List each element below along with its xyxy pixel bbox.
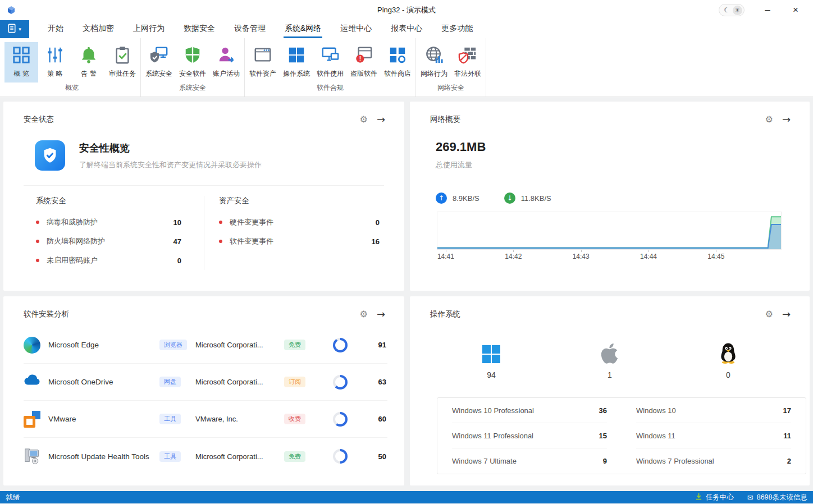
os-list-item: Windows 10 Professional 36 bbox=[452, 398, 607, 423]
ribbon-item-pirated-software[interactable]: ! 盗版软件 bbox=[347, 42, 381, 83]
ribbon-item-operating-system[interactable]: 操作系统 bbox=[280, 42, 313, 83]
minimize-button[interactable]: – bbox=[755, 0, 780, 20]
os-count: 11 bbox=[783, 432, 791, 440]
ribbon-item-label: 操作系统 bbox=[283, 69, 310, 79]
os-version-list: Windows 10 Professional 36 Windows 11 Pr… bbox=[437, 397, 806, 474]
arrow-right-icon[interactable]: → bbox=[377, 308, 385, 320]
status-ready: 就绪 bbox=[6, 493, 20, 502]
ribbon-item-security-software[interactable]: 安全软件 bbox=[176, 42, 209, 83]
title-bar: Ping32 - 演示模式 ☾ ☀ – × bbox=[0, 0, 813, 20]
ribbon-item-label: 系统安全 bbox=[145, 69, 172, 79]
section-title: 资产安全 bbox=[219, 196, 380, 213]
panel-security-status: 安全状态 ⚙ → 安全性概览 了解终端当前系统安全性和资产变更情况并采取必要操作… bbox=[3, 102, 404, 291]
tab-data-security[interactable]: 数据安全 bbox=[182, 20, 216, 38]
divider bbox=[24, 185, 384, 186]
stat-value: 0 bbox=[177, 256, 181, 265]
install-count: 63 bbox=[357, 378, 391, 386]
ribbon-item-approval-tasks[interactable]: 审批任务 bbox=[106, 42, 139, 83]
traffic-chart bbox=[437, 212, 782, 250]
ribbon-item-label: 网络行为 bbox=[421, 69, 447, 79]
license-badge: 免费 bbox=[284, 340, 305, 350]
gear-icon[interactable]: ⚙ bbox=[765, 114, 773, 125]
moon-icon[interactable]: ☾ bbox=[721, 6, 733, 14]
software-vendor: Microsoft Corporati... bbox=[195, 378, 284, 386]
tab-web-behavior[interactable]: 上网行为 bbox=[132, 20, 166, 38]
gear-icon[interactable]: ⚙ bbox=[360, 309, 368, 319]
software-name: Microsoft Edge bbox=[48, 341, 159, 349]
platform-linux: 0 bbox=[709, 342, 748, 379]
software-row[interactable]: Microsoft Update Health Tools 工具 Microso… bbox=[24, 438, 387, 475]
chart-x-axis: 14:4114:4214:4314:4414:45 bbox=[437, 251, 782, 260]
ribbon-item-software-store[interactable]: 软件商店 bbox=[381, 42, 414, 83]
ribbon-group-label: 网络安全 bbox=[437, 83, 464, 95]
sun-icon[interactable]: ☀ bbox=[733, 6, 742, 15]
license-badge: 免费 bbox=[284, 451, 305, 462]
ribbon: 概 览 策 略 告 警 审批任务 概览 系统安全 bbox=[0, 38, 813, 97]
x-tick-label: 14:42 bbox=[505, 253, 522, 260]
tab-more-features[interactable]: 更多功能 bbox=[440, 20, 474, 38]
red-dot-icon bbox=[36, 240, 39, 243]
software-name: Microsoft OneDrive bbox=[48, 378, 159, 386]
download-arrow-icon: ↓ bbox=[504, 193, 515, 204]
unread-messages-button[interactable]: ✉ 8698条未读信息 bbox=[747, 493, 807, 502]
mail-icon: ✉ bbox=[747, 493, 753, 502]
panel-software-install-analysis: 软件安装分析 ⚙ → Microsoft Edge 浏览器 Microsoft … bbox=[3, 296, 404, 485]
tab-device-mgmt[interactable]: 设备管理 bbox=[233, 20, 267, 38]
tab-doc-encryption[interactable]: 文档加密 bbox=[81, 20, 115, 38]
task-center-button[interactable]: 任务中心 bbox=[695, 493, 734, 502]
caret-down-icon: ▾ bbox=[19, 26, 21, 32]
stat-row: 防火墙和网络防护 47 bbox=[36, 232, 181, 251]
panel-title: 网络概要 bbox=[430, 114, 460, 125]
tab-report-center[interactable]: 报表中心 bbox=[390, 20, 423, 38]
license-badge: 收费 bbox=[284, 414, 305, 424]
ribbon-item-alarm[interactable]: 告 警 bbox=[72, 42, 106, 83]
os-count: 17 bbox=[783, 406, 791, 415]
ribbon-tabs: 开始 文档加密 上网行为 数据安全 设备管理 系统&网络 运维中心 报表中心 更… bbox=[38, 20, 482, 38]
gear-icon[interactable]: ⚙ bbox=[765, 309, 773, 319]
ribbon-item-network-behavior[interactable]: 网络行为 bbox=[417, 42, 451, 83]
windows-logo-icon bbox=[286, 45, 307, 65]
unread-messages-label: 8698条未读信息 bbox=[757, 493, 807, 502]
red-dot-icon bbox=[219, 240, 222, 243]
theme-toggle[interactable]: ☾ ☀ bbox=[719, 4, 745, 16]
ribbon-item-system-security[interactable]: 系统安全 bbox=[142, 42, 176, 83]
tab-ops-center[interactable]: 运维中心 bbox=[339, 20, 373, 38]
stat-label: 硬件变更事件 bbox=[230, 217, 376, 227]
ribbon-item-illegal-outreach[interactable]: 非法外联 bbox=[451, 42, 485, 83]
stat-row: 软件变更事件 16 bbox=[219, 232, 380, 251]
tab-start[interactable]: 开始 bbox=[47, 20, 65, 38]
ribbon-item-label: 策 略 bbox=[47, 69, 62, 79]
ribbon-item-software-assets[interactable]: 软件资产 bbox=[246, 42, 280, 83]
download-icon bbox=[695, 493, 702, 502]
windows-logo-icon bbox=[482, 342, 501, 364]
software-row[interactable]: Microsoft OneDrive 网盘 Microsoft Corporat… bbox=[24, 364, 387, 401]
os-name: Windows 7 Professional bbox=[636, 457, 714, 465]
ribbon-item-label: 软件使用 bbox=[317, 69, 344, 79]
gear-icon[interactable]: ⚙ bbox=[360, 114, 368, 125]
download-speed: ↓ 11.8KB/S bbox=[504, 193, 551, 204]
ribbon-item-overview[interactable]: 概 览 bbox=[4, 42, 38, 83]
ribbon-item-software-usage[interactable]: 软件使用 bbox=[313, 42, 347, 83]
ribbon-group-network-security: 网络行为 非法外联 网络安全 bbox=[416, 38, 486, 97]
firewall-shield-icon bbox=[458, 45, 478, 65]
stat-label: 病毒和威胁防护 bbox=[47, 217, 173, 227]
ribbon-item-policy[interactable]: 策 略 bbox=[38, 42, 72, 83]
x-tick-label: 14:41 bbox=[437, 253, 454, 260]
upload-speed: ↑ 8.9KB/S bbox=[436, 193, 479, 204]
arrow-right-icon[interactable]: → bbox=[377, 113, 385, 125]
arrow-right-icon[interactable]: → bbox=[782, 113, 791, 125]
close-button[interactable]: × bbox=[783, 0, 809, 20]
tab-system-network[interactable]: 系统&网络 bbox=[284, 20, 322, 38]
ribbon-item-label: 账户活动 bbox=[213, 69, 240, 79]
software-vendor: Microsoft Corporati... bbox=[195, 452, 284, 461]
os-count: 9 bbox=[603, 457, 607, 465]
ribbon-item-account-activity[interactable]: 账户活动 bbox=[209, 42, 243, 83]
file-menu-button[interactable]: ▾ bbox=[0, 20, 29, 38]
category-badge: 浏览器 bbox=[159, 340, 187, 350]
software-row[interactable]: VMware 工具 VMware, Inc. 收费 60 bbox=[24, 401, 387, 438]
overview-grid-icon bbox=[11, 45, 31, 65]
ribbon-item-label: 审批任务 bbox=[109, 69, 136, 79]
arrow-right-icon[interactable]: → bbox=[782, 308, 791, 320]
install-progress-ring bbox=[333, 338, 348, 352]
software-row[interactable]: Microsoft Edge 浏览器 Microsoft Corporati..… bbox=[24, 327, 387, 364]
